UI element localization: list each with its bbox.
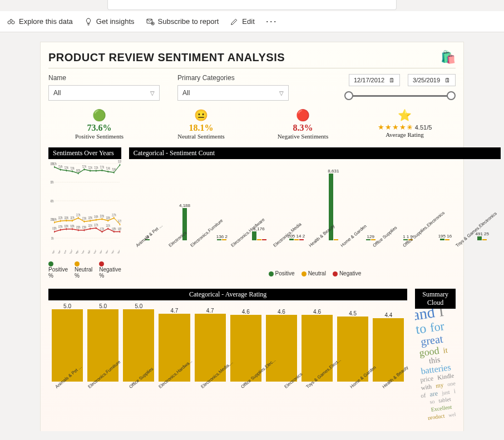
kpi-positive: 🟢 73.6% Positive Sentiments — [48, 108, 150, 140]
legend-neutral: Neutral — [302, 270, 326, 276]
svg-text:73.7%: 73.7% — [82, 164, 86, 169]
dot-icon — [302, 271, 307, 276]
categorical-avg-title: Categorical - Average Rating — [48, 289, 407, 300]
svg-text:May: May — [75, 248, 78, 254]
chart-grid-bottom: Categorical - Average Rating 5.05.05.04.… — [48, 289, 456, 420]
svg-text:April: April — [69, 249, 72, 254]
svg-text:72.5%: 72.5% — [65, 165, 68, 170]
svg-text:6.85%: 6.85% — [118, 226, 121, 231]
date-range-slider[interactable] — [344, 91, 456, 101]
get-insights-button[interactable]: Get insights — [84, 17, 135, 26]
svg-point-18 — [66, 170, 67, 172]
svg-text:October: October — [103, 248, 108, 254]
explore-data-label: Explore this data — [19, 17, 73, 26]
svg-point-24 — [84, 169, 85, 171]
svg-point-64 — [60, 229, 61, 231]
svg-text:8.50%: 8.50% — [82, 225, 86, 229]
svg-point-58 — [113, 217, 114, 219]
svg-text:6.93%: 6.93% — [52, 226, 56, 231]
legend-negative: Negative — [333, 270, 361, 276]
sentiments-line-legend: Positive % Neutral % Negative % — [48, 260, 121, 279]
svg-text:14.7%: 14.7% — [118, 219, 121, 224]
svg-text:9.69%: 9.69% — [65, 224, 68, 228]
search-input[interactable] — [107, 0, 397, 10]
svg-point-42 — [66, 220, 67, 222]
summary-cloud-title: Summary Cloud — [415, 289, 456, 309]
get-insights-label: Get insights — [96, 17, 135, 26]
svg-text:9.69%: 9.69% — [70, 224, 74, 228]
svg-point-80 — [107, 228, 108, 230]
report-title-row: PRODUCT REVIEW SENTIMENT ANALYSIS 🛍️ — [48, 50, 456, 65]
svg-point-50 — [90, 220, 90, 222]
smile-icon: 🟢 — [48, 108, 150, 122]
category-filter-dropdown[interactable]: All ▽ — [177, 85, 289, 101]
svg-point-66 — [66, 228, 67, 230]
svg-point-26 — [90, 170, 90, 172]
svg-text:8.50%: 8.50% — [76, 225, 80, 229]
svg-point-54 — [102, 218, 102, 220]
sentiments-over-years-panel[interactable]: Sentiments Over Years 0%20%40%60%80%76.2… — [48, 147, 121, 279]
svg-point-70 — [78, 229, 78, 231]
svg-text:78.5%: 78.5% — [118, 160, 121, 164]
edit-button[interactable]: Edit — [230, 17, 254, 26]
report-canvas: PRODUCT REVIEW SENTIMENT ANALYSIS 🛍️ Nam… — [41, 42, 463, 431]
svg-point-52 — [96, 219, 96, 221]
kpi-rating-label: Average Rating — [354, 131, 456, 138]
summary-cloud-chart: the and I to for great good it this batt… — [415, 309, 456, 420]
lightbulb-icon — [84, 17, 93, 26]
legend-positive: Positive % — [48, 260, 68, 279]
categorical-avg-panel[interactable]: Categorical - Average Rating 5.05.05.04.… — [48, 289, 407, 420]
calendar-icon: 🗓 — [389, 77, 395, 83]
svg-text:18.7%: 18.7% — [70, 215, 74, 220]
svg-text:8.75%: 8.75% — [58, 225, 62, 229]
name-filter-dropdown[interactable]: All ▽ — [48, 85, 160, 101]
svg-text:July: July — [87, 248, 91, 254]
subscribe-button[interactable]: Subscribe to report — [146, 17, 219, 26]
more-options-button[interactable]: ··· — [266, 16, 278, 27]
svg-point-40 — [60, 220, 61, 222]
kpi-negative-value: 8.3% — [252, 123, 354, 133]
star-icon: ⭐ — [354, 108, 456, 122]
edit-label: Edit — [242, 17, 254, 26]
envelope-plus-icon — [146, 17, 155, 26]
svg-text:10.1%: 10.1% — [88, 223, 92, 228]
svg-point-60 — [120, 223, 120, 225]
svg-text:December: December — [114, 248, 120, 254]
legend-negative: Negative % — [99, 260, 121, 279]
svg-point-34 — [113, 171, 114, 174]
name-filter-group: Name All ▽ — [48, 74, 160, 101]
categorical-avg-xlabels: Animals & Pet ...Electronics,FurnitureOf… — [48, 384, 407, 411]
categorical-count-title: Categorical - Sentiment Count — [129, 147, 501, 159]
svg-text:40%: 40% — [51, 199, 54, 203]
summary-cloud-panel[interactable]: Summary Cloud the and I to for great goo… — [415, 289, 456, 420]
category-filter-label: Primary Categories — [177, 74, 289, 82]
svg-text:0%: 0% — [51, 236, 54, 240]
date-end-input[interactable]: 3/25/2019 🗓 — [408, 74, 456, 86]
svg-text:71.4%: 71.4% — [106, 166, 110, 171]
svg-point-32 — [107, 170, 108, 172]
slider-knob-end[interactable] — [447, 91, 456, 100]
slider-knob-start[interactable] — [344, 91, 353, 100]
kpi-neutral: 😐 18.1% Neutral Sentiments — [150, 108, 252, 140]
svg-text:September: September — [96, 248, 102, 254]
svg-point-1 — [12, 21, 14, 23]
svg-text:20.5%: 20.5% — [100, 214, 104, 218]
svg-text:19.6%: 19.6% — [94, 215, 98, 219]
chart-grid-top: Sentiments Over Years 0%20%40%60%80%76.2… — [48, 147, 456, 279]
svg-point-20 — [72, 170, 72, 172]
svg-text:73.4%: 73.4% — [58, 164, 62, 169]
svg-point-0 — [8, 21, 11, 23]
explore-data-button[interactable]: Explore this data — [7, 17, 73, 26]
name-filter-value: All — [53, 89, 61, 97]
kpi-rating-stars: ★★★★✬ 4.51/5 — [354, 123, 456, 131]
categorical-count-panel[interactable]: Categorical - Sentiment Count 34,188136 … — [129, 147, 501, 279]
date-start-input[interactable]: 12/17/2012 🗓 — [349, 74, 400, 86]
kpi-positive-label: Positive Sentiments — [48, 133, 150, 140]
report-action-bar: Explore this data Get insights Subscribe… — [0, 11, 504, 32]
svg-text:August: August — [92, 248, 96, 254]
svg-text:72.2%: 72.2% — [94, 165, 98, 170]
svg-text:June: June — [81, 248, 84, 254]
kpi-row: 🟢 73.6% Positive Sentiments 😐 18.1% Neut… — [48, 108, 456, 140]
svg-point-48 — [84, 220, 85, 223]
svg-point-30 — [102, 169, 102, 171]
